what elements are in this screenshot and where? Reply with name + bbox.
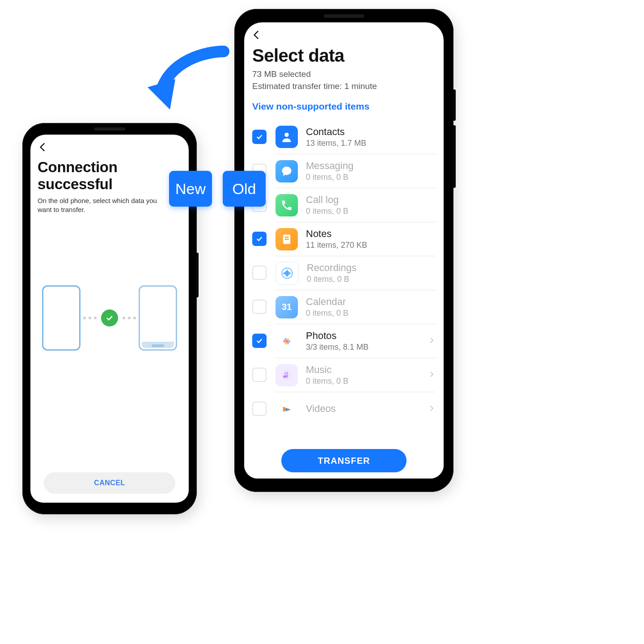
checkbox-videos[interactable] [252, 402, 267, 416]
chevron-right-icon [428, 404, 436, 414]
checkmark-icon [101, 309, 118, 326]
checkbox-calendar[interactable] [252, 300, 267, 314]
back-button[interactable] [33, 137, 53, 157]
svg-rect-4 [284, 239, 288, 240]
item-subtitle: 3/3 items, 8.1 MB [306, 343, 424, 352]
checkbox-music[interactable] [252, 368, 267, 382]
list-item-messaging[interactable]: Messaging0 items, 0 B [252, 154, 436, 188]
label-old: Old [223, 171, 266, 207]
notes-icon [275, 228, 298, 250]
page-title: Select data [252, 46, 436, 66]
estimated-time: Estimated transfer time: 1 minute [252, 80, 436, 93]
data-type-list: Contacts13 items, 1.7 MBMessaging0 items… [252, 120, 436, 426]
item-title: Notes [306, 228, 436, 240]
list-item-videos[interactable]: Videos [252, 392, 436, 426]
list-item-photos[interactable]: Photos3/3 items, 8.1 MB [252, 324, 436, 358]
phone-new-screen: Connection successful On the old phone, … [30, 135, 189, 503]
transfer-button-label: TRANSFER [318, 456, 370, 466]
item-title: Recordings [307, 262, 436, 274]
item-title: Contacts [306, 126, 436, 138]
transfer-button[interactable]: TRANSFER [281, 449, 407, 472]
item-subtitle: 11 items, 270 KB [306, 241, 436, 250]
svg-point-9 [285, 340, 288, 342]
item-title: Messaging [306, 160, 436, 172]
item-title: Photos [306, 330, 424, 342]
svg-point-1 [284, 133, 288, 137]
chevron-right-icon [428, 370, 436, 380]
connection-illustration [30, 278, 189, 358]
calendar-icon: 31 [275, 296, 298, 318]
illustration-phone-left [42, 285, 80, 351]
label-new: New [169, 171, 212, 207]
back-button[interactable] [247, 25, 267, 45]
checkbox-photos[interactable] [252, 334, 267, 348]
item-title: Music [306, 364, 424, 376]
svg-marker-0 [148, 79, 175, 110]
item-subtitle: 0 items, 0 B [306, 377, 424, 386]
cancel-button-label: CANCEL [94, 479, 125, 487]
recordings-icon [275, 262, 299, 285]
svg-point-10 [281, 370, 292, 380]
music-icon [275, 364, 298, 386]
view-unsupported-link[interactable]: View non-supported items [252, 101, 436, 112]
photos-icon [275, 330, 298, 352]
transfer-direction-arrow [143, 42, 233, 123]
list-item-recordings[interactable]: Recordings0 items, 0 B [252, 256, 436, 290]
list-item-contacts[interactable]: Contacts13 items, 1.7 MB [252, 120, 436, 154]
list-item-calendar[interactable]: 31Calendar0 items, 0 B [252, 290, 436, 324]
item-subtitle: 0 items, 0 B [306, 207, 436, 216]
item-subtitle: 0 items, 0 B [307, 275, 436, 284]
chevron-right-icon [428, 336, 436, 346]
videos-icon [275, 398, 298, 420]
cancel-button[interactable]: CANCEL [44, 472, 175, 494]
item-subtitle: 0 items, 0 B [306, 173, 436, 182]
checkbox-contacts[interactable] [252, 130, 267, 144]
checkbox-recordings[interactable] [252, 266, 267, 280]
svg-rect-3 [284, 237, 288, 237]
list-item-calllog[interactable]: Call log0 items, 0 B [252, 188, 436, 222]
phone-old: Select data 73 MB selected Estimated tra… [234, 9, 453, 492]
illustration-phone-right [139, 285, 177, 351]
phone-old-screen: Select data 73 MB selected Estimated tra… [244, 22, 444, 479]
item-title: Calendar [306, 296, 436, 308]
item-subtitle: 0 items, 0 B [306, 309, 436, 318]
selected-size: 73 MB selected [252, 68, 436, 80]
checkbox-notes[interactable] [252, 232, 267, 246]
list-item-notes[interactable]: Notes11 items, 270 KB [252, 222, 436, 256]
item-title: Call log [306, 194, 436, 206]
item-title: Videos [306, 403, 424, 415]
list-item-music[interactable]: Music0 items, 0 B [252, 358, 436, 392]
calllog-icon [275, 194, 298, 216]
contacts-icon [275, 126, 298, 148]
page-subtitle: On the old phone, select which data you … [38, 196, 172, 215]
page-title: Connection successful [38, 159, 182, 193]
item-subtitle: 13 items, 1.7 MB [306, 139, 436, 148]
messaging-icon [275, 160, 298, 182]
